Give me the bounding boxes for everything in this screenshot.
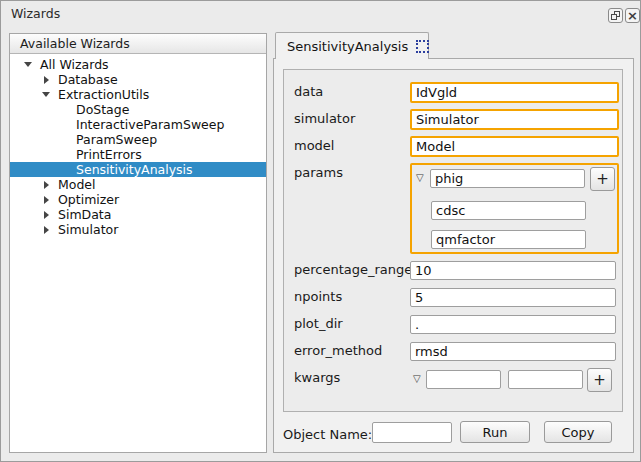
tree-item-label: InteractiveParamSweep [76, 117, 224, 132]
tab-sensitivityanalysis[interactable]: SensitivityAnalysis [275, 32, 429, 59]
tree-item-label: ExtractionUtils [58, 87, 149, 102]
kwargs-key-input[interactable] [426, 370, 501, 389]
close-button[interactable]: × [625, 8, 640, 23]
params-input-1[interactable] [431, 201, 586, 220]
error-method-input[interactable] [410, 342, 616, 361]
npoints-input[interactable] [410, 288, 616, 307]
expanded-arrow-icon[interactable] [41, 92, 51, 97]
percentage-range-input[interactable] [410, 261, 616, 280]
params-input-2[interactable] [431, 230, 586, 249]
form-row-params: params ▽ + [294, 163, 622, 254]
form-scroll-area: data simulator model params ▽ + [283, 69, 623, 412]
form-row-npoints: npoints [294, 287, 622, 308]
form-row-data: data [294, 82, 622, 103]
restore-icon [611, 11, 620, 20]
percentage-range-label: percentage_range [294, 260, 410, 280]
tree-header[interactable]: Available Wizards [10, 34, 266, 54]
collapsed-arrow-icon[interactable] [41, 76, 51, 84]
expanded-arrow-icon[interactable] [23, 62, 33, 67]
collapsed-arrow-icon[interactable] [41, 211, 51, 219]
close-icon: × [627, 9, 638, 22]
tree-item-label: Simulator [58, 222, 118, 237]
tree-item-simulator[interactable]: Simulator [10, 222, 266, 237]
tree-item-label: DoStage [76, 102, 129, 117]
tab-label: SensitivityAnalysis [287, 39, 408, 54]
collapse-triangle-icon[interactable]: ▽ [413, 368, 426, 390]
tree-item-simdata[interactable]: SimData [10, 207, 266, 222]
tree-item-interactiveparamsweep[interactable]: InteractiveParamSweep [10, 117, 266, 132]
tree-item-label: ParamSweep [76, 132, 157, 147]
tree-item-label: Optimizer [58, 192, 119, 207]
params-group: ▽ + [410, 163, 619, 254]
tree-item-all-wizards[interactable]: All Wizards [10, 57, 266, 72]
params-row: ▽ + [414, 167, 615, 191]
add-kwarg-button[interactable]: + [587, 368, 612, 392]
plot-dir-label: plot_dir [294, 314, 410, 334]
model-input[interactable] [410, 136, 619, 157]
plot-dir-input[interactable] [410, 315, 616, 334]
form-row-model: model [294, 136, 622, 157]
kwargs-label: kwargs [294, 368, 410, 388]
kwargs-value-input[interactable] [508, 370, 583, 389]
tree-item-label: SimData [58, 207, 111, 222]
wizards-window: Wizards × Available Wizards All Wizards … [0, 0, 641, 462]
tree-item-optimizer[interactable]: Optimizer [10, 192, 266, 207]
tree-item-dostage[interactable]: DoStage [10, 102, 266, 117]
kwargs-group: ▽ + [410, 368, 612, 392]
tree-header-label: Available Wizards [20, 36, 130, 51]
tab-checkbox[interactable] [416, 40, 429, 53]
tree-item-label: PrintErrors [76, 147, 142, 162]
copy-button[interactable]: Copy [544, 421, 612, 443]
collapsed-arrow-icon[interactable] [41, 181, 51, 189]
data-label: data [294, 82, 410, 102]
tree-item-label: Model [58, 177, 96, 192]
error-method-label: error_method [294, 341, 410, 361]
simulator-label: simulator [294, 109, 410, 129]
tree-item-sensitivityanalysis[interactable]: SensitivityAnalysis [10, 162, 266, 177]
tree-item-model[interactable]: Model [10, 177, 266, 192]
form-row-percentage-range: percentage_range [294, 260, 622, 281]
tree-item-label: SensitivityAnalysis [76, 162, 193, 177]
form-row-simulator: simulator [294, 109, 622, 130]
object-name-input[interactable] [372, 422, 452, 443]
data-input[interactable] [410, 82, 619, 103]
params-label: params [294, 163, 410, 183]
object-name-label: Object Name: [283, 427, 372, 442]
tree-item-paramsweep[interactable]: ParamSweep [10, 132, 266, 147]
collapsed-arrow-icon[interactable] [41, 226, 51, 234]
tree-body: All Wizards Database ExtractionUtils DoS… [10, 54, 266, 237]
params-input-0[interactable] [430, 169, 585, 188]
restore-button[interactable] [608, 8, 623, 23]
tree-item-label: All Wizards [40, 57, 109, 72]
params-row [414, 199, 615, 220]
npoints-label: npoints [294, 287, 410, 307]
simulator-input[interactable] [410, 109, 619, 130]
tree-item-extractionutils[interactable]: ExtractionUtils [10, 87, 266, 102]
model-label: model [294, 136, 410, 156]
window-title: Wizards [11, 6, 60, 21]
collapse-triangle-icon[interactable]: ▽ [416, 167, 429, 189]
tab-pane: data simulator model params ▽ + [273, 58, 634, 453]
form-row-error-method: error_method [294, 341, 622, 362]
params-row [414, 228, 615, 249]
form-row-kwargs: kwargs ▽ + [294, 368, 622, 392]
add-param-button[interactable]: + [590, 167, 615, 191]
tree-item-printerrors[interactable]: PrintErrors [10, 147, 266, 162]
available-wizards-tree: Available Wizards All Wizards Database E… [9, 33, 267, 453]
tree-item-label: Database [58, 72, 118, 87]
form-row-plot-dir: plot_dir [294, 314, 622, 335]
tree-item-database[interactable]: Database [10, 72, 266, 87]
collapsed-arrow-icon[interactable] [41, 196, 51, 204]
run-button[interactable]: Run [460, 421, 530, 443]
